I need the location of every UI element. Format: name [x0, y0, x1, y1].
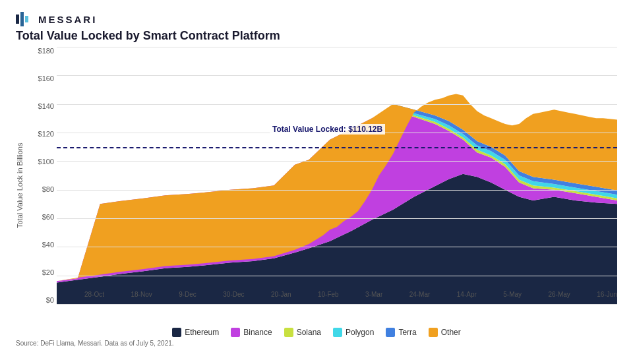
dashed-line-label: Total Value Locked: $110.12B — [270, 124, 385, 135]
svg-rect-0 — [16, 15, 19, 24]
legend-item-terra: Terra — [386, 328, 416, 337]
x-tick: 18-Nov — [131, 291, 152, 298]
other-swatch — [429, 328, 438, 337]
page-container: MESSARI Total Value Locked by Smart Cont… — [0, 0, 633, 364]
y-axis-ticks: $180 $160 $140 $120 $100 $80 $60 $40 $20… — [29, 47, 57, 304]
legend-item-ethereum: Ethereum — [172, 328, 219, 337]
svg-rect-2 — [25, 16, 28, 22]
source-text: Source: DeFi Llama, Messari. Data as of … — [16, 340, 617, 347]
chart-area: Total Value Lock in Billions $180 $160 $… — [16, 47, 617, 324]
x-tick: 24-Mar — [409, 291, 431, 298]
header: MESSARI — [16, 12, 617, 26]
chart-title: Total Value Locked by Smart Contract Pla… — [16, 29, 617, 43]
solana-swatch — [284, 328, 293, 337]
x-tick: 5-May — [503, 291, 522, 298]
ethereum-swatch — [172, 328, 181, 337]
y-tick: $40 — [42, 241, 57, 249]
y-tick: $160 — [38, 75, 57, 82]
terra-swatch — [386, 328, 395, 337]
legend-item-binance: Binance — [231, 328, 272, 337]
chart-plot: Total Value Locked: $110.12B — [57, 47, 617, 304]
y-axis-label: Total Value Lock in Billions — [16, 47, 29, 324]
legend-item-other: Other — [429, 328, 461, 337]
svg-rect-1 — [20, 12, 24, 26]
x-tick: 14-Apr — [457, 291, 477, 298]
binance-swatch — [231, 328, 240, 337]
ethereum-label: Ethereum — [185, 328, 219, 337]
y-tick: $0 — [46, 296, 57, 304]
chart-inner: $180 $160 $140 $120 $100 $80 $60 $40 $20… — [29, 47, 617, 324]
y-tick: $180 — [38, 47, 57, 55]
x-tick: 10-Feb — [318, 291, 339, 298]
logo-text: MESSARI — [38, 14, 97, 25]
x-axis-labels: 28-Oct 18-Nov 9-Dec 30-Dec 20-Jan 10-Feb… — [84, 284, 617, 304]
y-tick: $140 — [38, 102, 57, 110]
y-tick: $120 — [38, 130, 57, 138]
solana-label: Solana — [297, 328, 321, 337]
polygon-label: Polygon — [346, 328, 374, 337]
logo: MESSARI — [16, 12, 97, 26]
x-tick: 26-May — [548, 291, 570, 298]
terra-label: Terra — [398, 328, 416, 337]
x-tick: 16-Jun — [597, 291, 617, 298]
logo-icon — [16, 12, 34, 26]
x-tick: 20-Jan — [271, 291, 291, 298]
dashed-reference-line — [57, 147, 617, 148]
x-tick: 3-Mar — [365, 291, 382, 298]
y-tick: $60 — [42, 213, 57, 221]
polygon-swatch — [333, 328, 342, 337]
x-tick: 30-Dec — [223, 291, 244, 298]
binance-label: Binance — [243, 328, 272, 337]
legend-item-solana: Solana — [284, 328, 321, 337]
y-tick: $100 — [38, 158, 57, 166]
other-label: Other — [441, 328, 461, 337]
y-tick: $20 — [42, 268, 57, 276]
grid-lines — [57, 47, 617, 304]
x-tick: 28-Oct — [84, 291, 104, 298]
x-tick: 9-Dec — [179, 291, 196, 298]
y-tick: $80 — [42, 185, 57, 193]
legend-item-polygon: Polygon — [333, 328, 374, 337]
legend: Ethereum Binance Solana Polygon Terra Ot… — [16, 328, 617, 337]
